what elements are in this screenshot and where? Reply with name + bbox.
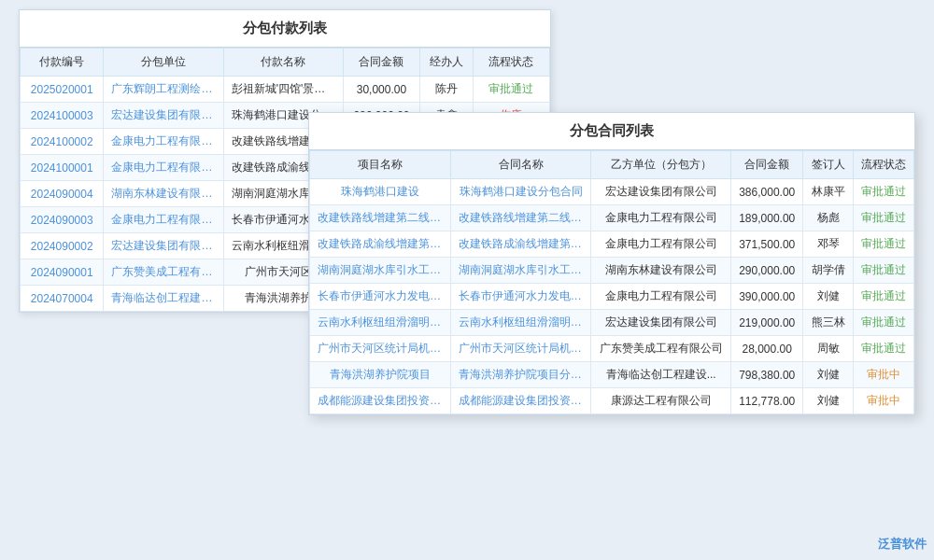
watermark: 泛普软件 xyxy=(878,536,927,553)
table-cell[interactable]: 宏达建设集团有限公司 xyxy=(104,233,223,259)
table-cell: 386,000.00 xyxy=(731,179,803,205)
table-row: 长春市伊通河水力发电厂改建工程长春市伊通河水力发电厂改建工程分包合...金康电力… xyxy=(310,284,914,310)
table-cell: 审批通过 xyxy=(473,77,549,103)
table-cell[interactable]: 成都能源建设集团投资有限公司临时办... xyxy=(450,388,591,414)
table-cell[interactable]: 云南水利枢纽组滑溜明水库一期工... xyxy=(310,310,451,336)
back-table-header: 合同金额 xyxy=(343,49,419,77)
table-cell: 胡学倩 xyxy=(803,258,853,284)
table-cell: 189,000.00 xyxy=(731,205,803,231)
table-row: 改建铁路成渝线增建第二直通线...改建铁路成渝线增建第二直通线（成渝...金康电… xyxy=(310,231,914,258)
table-cell: 熊三林 xyxy=(803,310,853,336)
table-cell[interactable]: 2024090003 xyxy=(21,207,104,233)
table-cell: 宏达建设集团有限公司 xyxy=(591,310,731,336)
table-cell: 邓琴 xyxy=(803,231,853,258)
table-cell[interactable]: 珠海鹤港口建设分包合同 xyxy=(450,179,591,205)
front-table-header: 合同金额 xyxy=(731,151,803,179)
table-cell: 审批通过 xyxy=(853,179,913,205)
table-cell: 112,778.00 xyxy=(731,388,803,414)
front-table-container: 分包合同列表 项目名称合同名称乙方单位（分包方）合同金额签订人流程状态 珠海鹤港… xyxy=(308,112,915,415)
table-cell[interactable]: 改建铁路线增建第二线直通线（成都·西... xyxy=(450,205,591,231)
table-cell: 陈丹 xyxy=(420,77,474,103)
table-cell[interactable]: 青海临达创工程建设有... xyxy=(104,286,223,312)
table-row: 改建铁路线增建第二线直通线（...改建铁路线增建第二线直通线（成都·西...金康… xyxy=(310,205,914,231)
table-cell[interactable]: 广州市天河区统计局机房改造项目 xyxy=(310,336,451,362)
back-table-header: 经办人 xyxy=(420,49,474,77)
table-cell[interactable]: 金康电力工程有限公司 xyxy=(104,155,223,181)
table-cell: 湖南东林建设有限公司 xyxy=(591,258,731,284)
table-cell: 219,000.00 xyxy=(731,310,803,336)
table-row: 珠海鹤港口建设珠海鹤港口建设分包合同宏达建设集团有限公司386,000.00林康… xyxy=(310,179,914,205)
table-cell: 审批通过 xyxy=(853,231,913,258)
table-cell[interactable]: 湖南东林建设有限公司 xyxy=(104,181,223,207)
back-table-header: 分包单位 xyxy=(104,49,223,77)
table-cell: 刘健 xyxy=(803,362,853,388)
table-cell[interactable]: 广东赞美成工程有限公司 xyxy=(104,259,223,286)
table-cell[interactable]: 2024100001 xyxy=(21,155,104,181)
table-cell[interactable]: 成都能源建设集团投资有限公司... xyxy=(310,388,451,414)
table-row: 成都能源建设集团投资有限公司...成都能源建设集团投资有限公司临时办...康源达… xyxy=(310,388,914,414)
table-cell[interactable]: 云南水利枢纽组滑溜明水库一期工程施工标... xyxy=(450,310,591,336)
table-cell: 审批通过 xyxy=(853,336,913,362)
front-table-header: 流程状态 xyxy=(853,151,913,179)
table-cell: 审批通过 xyxy=(853,310,913,336)
table-row: 云南水利枢纽组滑溜明水库一期工...云南水利枢纽组滑溜明水库一期工程施工标...… xyxy=(310,310,914,336)
table-cell[interactable]: 珠海鹤港口建设 xyxy=(310,179,451,205)
table-cell: 审批中 xyxy=(853,362,913,388)
table-cell: 杨彪 xyxy=(803,205,853,231)
front-table-header: 项目名称 xyxy=(310,151,451,179)
table-cell[interactable]: 2024100003 xyxy=(21,103,104,129)
table-cell[interactable]: 改建铁路成渝线增建第二直通线（成渝... xyxy=(450,231,591,258)
table-cell: 371,500.00 xyxy=(731,231,803,258)
table-cell[interactable]: 2024100002 xyxy=(21,129,104,155)
table-cell: 周敏 xyxy=(803,336,853,362)
table-cell: 宏达建设集团有限公司 xyxy=(591,179,731,205)
front-table-header: 合同名称 xyxy=(450,151,591,179)
table-cell[interactable]: 长春市伊通河水力发电厂改建工程分包合... xyxy=(450,284,591,310)
table-cell: 审批通过 xyxy=(853,205,913,231)
table-cell[interactable]: 2025020001 xyxy=(21,77,104,103)
table-cell[interactable]: 金康电力工程有限公司 xyxy=(104,129,223,155)
table-cell: 青海临达创工程建设... xyxy=(591,362,731,388)
table-cell[interactable]: 2024090001 xyxy=(21,259,104,286)
table-cell[interactable]: 改建铁路成渝线增建第二直通线... xyxy=(310,231,451,258)
table-cell[interactable]: 宏达建设集团有限公司 xyxy=(104,103,223,129)
table-cell: 30,000.00 xyxy=(343,77,419,103)
table-cell[interactable]: 青海洪湖养护院项目 xyxy=(310,362,451,388)
table-cell: 金康电力工程有限公司 xyxy=(591,284,731,310)
table-cell[interactable]: 金康电力工程有限公司 xyxy=(104,207,223,233)
front-table: 项目名称合同名称乙方单位（分包方）合同金额签订人流程状态 珠海鹤港口建设珠海鹤港… xyxy=(309,150,914,414)
table-row: 青海洪湖养护院项目青海洪湖养护院项目分包合同青海临达创工程建设...798,38… xyxy=(310,362,914,388)
back-table-title: 分包付款列表 xyxy=(20,10,550,48)
back-table-header: 付款名称 xyxy=(223,49,343,77)
table-cell[interactable]: 湖南洞庭湖水库引水工程施工标 xyxy=(310,258,451,284)
front-table-header: 签订人 xyxy=(803,151,853,179)
table-cell: 刘健 xyxy=(803,284,853,310)
table-cell[interactable]: 广东辉朗工程测绘公司 xyxy=(104,77,223,103)
table-cell[interactable]: 2024090002 xyxy=(21,233,104,259)
back-table-header: 付款编号 xyxy=(21,49,104,77)
table-row: 广州市天河区统计局机房改造项目广州市天河区统计局机房改造项目分包...广东赞美成… xyxy=(310,336,914,362)
table-cell[interactable]: 青海洪湖养护院项目分包合同 xyxy=(450,362,591,388)
table-cell: 28,000.00 xyxy=(731,336,803,362)
table-cell[interactable]: 长春市伊通河水力发电厂改建工程 xyxy=(310,284,451,310)
table-cell: 金康电力工程有限公司 xyxy=(591,231,731,258)
table-cell: 290,000.00 xyxy=(731,258,803,284)
front-table-title: 分包合同列表 xyxy=(309,113,914,150)
table-cell: 彭祖新城'四馆'景观工... xyxy=(223,77,343,103)
table-cell[interactable]: 2024070004 xyxy=(21,286,104,312)
table-cell: 刘健 xyxy=(803,388,853,414)
table-cell[interactable]: 湖南洞庭湖水库引水工程施工标分包合同 xyxy=(450,258,591,284)
table-cell: 广东赞美成工程有限公司 xyxy=(591,336,731,362)
back-table-header: 流程状态 xyxy=(473,49,549,77)
table-row: 2025020001广东辉朗工程测绘公司彭祖新城'四馆'景观工...30,000… xyxy=(21,77,550,103)
table-cell: 审批中 xyxy=(853,388,913,414)
front-table-header: 乙方单位（分包方） xyxy=(591,151,731,179)
table-row: 湖南洞庭湖水库引水工程施工标湖南洞庭湖水库引水工程施工标分包合同湖南东林建设有限… xyxy=(310,258,914,284)
table-cell: 金康电力工程有限公司 xyxy=(591,205,731,231)
table-cell[interactable]: 改建铁路线增建第二线直通线（... xyxy=(310,205,451,231)
table-cell: 390,000.00 xyxy=(731,284,803,310)
table-cell[interactable]: 2024090004 xyxy=(21,181,104,207)
table-cell: 审批通过 xyxy=(853,258,913,284)
table-cell: 康源达工程有限公司 xyxy=(591,388,731,414)
table-cell[interactable]: 广州市天河区统计局机房改造项目分包... xyxy=(450,336,591,362)
